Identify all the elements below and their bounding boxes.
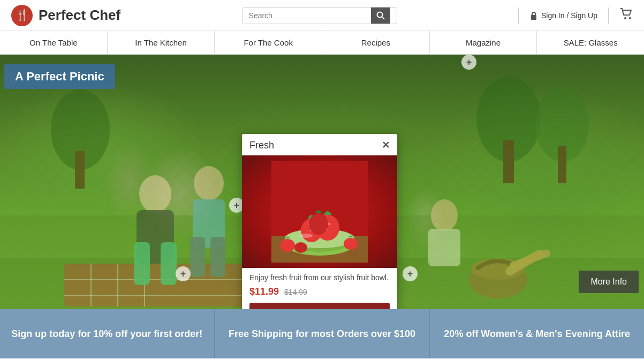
svg-point-45 [329,223,330,225]
svg-rect-28 [210,237,225,277]
footer-banners: Sign up today for 10% off your first ord… [0,309,644,358]
popup-title: Fresh [249,140,274,151]
svg-point-29 [431,199,458,231]
product-image-svg [271,161,368,263]
more-info-button[interactable]: More Info [579,271,639,293]
add-to-cart-button[interactable]: Add to Cart [249,303,390,309]
svg-rect-4 [531,15,536,20]
svg-point-49 [344,238,358,250]
main-nav: On The Table In The Kitchen For The Cook… [0,31,644,55]
hotspot-4[interactable]: + [461,55,476,70]
sign-in-link[interactable]: Sign In / Sign Up [529,11,597,20]
svg-rect-27 [190,237,205,277]
footer-banner-3: 20% off Women's & Men's Evening Attire [430,309,644,358]
lock-icon [529,11,538,20]
popup-price-new: $11.99 [249,286,279,297]
cart-icon [619,8,633,20]
nav-item-recipes[interactable]: Recipes [322,31,430,54]
svg-rect-10 [558,146,566,183]
header-center [120,7,518,24]
svg-rect-12 [75,151,85,189]
header-right: Sign In / Sign Up [518,8,633,24]
divider [518,8,519,24]
nav-item-for-the-cook[interactable]: For The Cook [215,31,322,54]
popup-close-button[interactable]: ✕ [382,139,390,151]
svg-line-3 [382,17,384,19]
search-input[interactable] [243,8,371,24]
svg-rect-8 [503,140,514,183]
hero-banner: A Perfect Picnic [4,64,115,89]
svg-point-51 [300,234,313,238]
svg-point-6 [629,17,631,19]
svg-rect-24 [161,242,177,285]
search-button[interactable] [371,8,390,24]
footer-banner-2: Free Shipping for most Orders over $100 [215,309,430,358]
svg-point-2 [377,12,382,17]
svg-point-21 [139,175,171,213]
sign-in-label: Sign In / Sign Up [541,11,597,20]
cart-button[interactable] [619,8,633,24]
svg-text:🍴: 🍴 [16,9,29,21]
search-icon [376,11,385,20]
logo-icon: 🍴 [11,4,33,27]
header: 🍴 Perfect Chef Sign In / Sign Up [0,0,644,31]
svg-point-5 [624,17,626,19]
logo-area[interactable]: 🍴 Perfect Chef [11,4,120,27]
svg-point-50 [294,242,307,253]
footer-banner-1: Sign up today for 10% off your first ord… [0,309,215,358]
svg-point-25 [194,166,224,200]
nav-item-magazine[interactable]: Magazine [430,31,537,54]
popup-pricing: $11.99 $14.99 [242,284,397,303]
popup-price-old: $14.99 [284,288,307,296]
hotspot-3[interactable]: + [403,266,418,281]
nav-item-on-the-table[interactable]: On The Table [0,31,108,54]
divider2 [608,8,609,24]
product-popup: Fresh ✕ [242,134,397,309]
logo-text: Perfect Chef [39,7,120,24]
popup-description: Enjoy fresh fruit from our stylish fruit… [242,268,397,284]
nav-item-in-the-kitchen[interactable]: In The Kitchen [108,31,215,54]
nav-item-sale[interactable]: SALE: Glasses [537,31,644,54]
search-wrapper [242,7,397,24]
svg-point-47 [309,213,328,235]
popup-image [242,155,397,268]
hero-section: A Perfect Picnic + + + + + Fresh ✕ [0,55,644,309]
svg-rect-23 [134,242,150,285]
svg-point-48 [280,239,295,252]
hotspot-2[interactable]: + [176,266,191,281]
svg-rect-30 [428,229,460,266]
popup-header: Fresh ✕ [242,134,397,155]
